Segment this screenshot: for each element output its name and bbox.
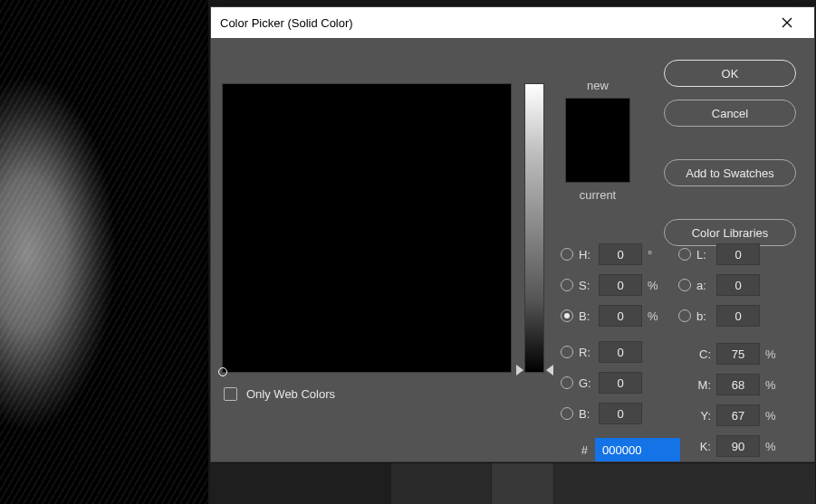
slider-handle-left-icon[interactable]: [516, 365, 523, 376]
lab-b-label: b:: [696, 309, 716, 323]
saturation-unit: %: [648, 279, 666, 292]
lab-a-input[interactable]: [716, 274, 760, 296]
brightness-unit: %: [648, 309, 666, 323]
dialog-title: Color Picker (Solid Color): [220, 16, 769, 30]
saturation-label: S:: [579, 279, 599, 292]
saturation-radio[interactable]: [561, 279, 573, 291]
brightness-label: B:: [579, 309, 599, 323]
red-radio[interactable]: [561, 346, 573, 358]
current-color-label: current: [562, 188, 633, 202]
color-picker-dialog: Color Picker (Solid Color) new current O…: [210, 6, 815, 462]
color-field[interactable]: [222, 83, 512, 373]
lightness-radio[interactable]: [678, 248, 691, 261]
hue-input[interactable]: [599, 243, 642, 265]
blue-radio[interactable]: [561, 407, 573, 420]
dialog-titlebar: Color Picker (Solid Color): [211, 7, 814, 38]
new-color-label: new: [562, 79, 633, 92]
brightness-radio[interactable]: [561, 309, 573, 322]
magenta-input[interactable]: [716, 374, 760, 395]
web-colors-label: Only Web Colors: [246, 387, 335, 401]
green-input[interactable]: [599, 372, 642, 394]
color-field-cursor-icon: [218, 367, 227, 376]
green-radio[interactable]: [561, 376, 573, 389]
slider-handle-right-icon[interactable]: [546, 365, 553, 376]
dialog-buttons: OK Cancel Add to Swatches Color Librarie…: [664, 60, 796, 246]
close-icon: [782, 17, 792, 28]
red-label: R:: [579, 346, 599, 359]
app-chrome-bottom: [210, 463, 815, 504]
blue-label: B:: [579, 407, 599, 421]
app-chrome-panel: [210, 463, 391, 504]
hue-radio[interactable]: [561, 248, 573, 261]
cmyk-inputs: C: % M: % Y: % K: %: [696, 338, 783, 461]
hex-label: #: [561, 443, 595, 457]
yellow-unit: %: [765, 409, 783, 423]
black-unit: %: [765, 440, 783, 453]
hex-input[interactable]: [595, 438, 680, 461]
hue-label: H:: [579, 248, 599, 262]
color-swatch-block: new current: [562, 79, 633, 202]
ok-button[interactable]: OK: [664, 60, 796, 87]
green-label: G:: [579, 376, 599, 390]
lightness-label: L:: [696, 248, 716, 262]
cyan-unit: %: [765, 347, 783, 361]
yellow-label: Y:: [696, 409, 716, 423]
saturation-input[interactable]: [599, 274, 642, 296]
close-button[interactable]: [769, 15, 805, 31]
cancel-button[interactable]: Cancel: [664, 100, 796, 127]
app-chrome-divider: [491, 463, 554, 504]
web-colors-row: Only Web Colors: [224, 387, 335, 401]
lab-b-input[interactable]: [716, 305, 760, 327]
web-colors-checkbox[interactable]: [224, 387, 237, 401]
lab-b-radio[interactable]: [678, 309, 691, 322]
lab-a-label: a:: [696, 279, 716, 292]
lightness-input[interactable]: [716, 243, 760, 265]
color-swatch[interactable]: [565, 98, 630, 183]
hue-unit: °: [648, 248, 666, 262]
red-input[interactable]: [599, 341, 642, 363]
cyan-label: C:: [696, 347, 716, 361]
magenta-label: M:: [696, 378, 716, 392]
yellow-input[interactable]: [716, 404, 760, 426]
cyan-input[interactable]: [716, 343, 760, 365]
dialog-body: new current OK Cancel Add to Swatches Co…: [211, 38, 814, 71]
blue-input[interactable]: [599, 403, 642, 424]
hue-slider[interactable]: [524, 83, 544, 373]
black-input[interactable]: [716, 435, 760, 457]
add-to-swatches-button[interactable]: Add to Swatches: [664, 159, 796, 186]
document-canvas: [0, 0, 208, 504]
lab-a-radio[interactable]: [678, 279, 691, 291]
magenta-unit: %: [765, 378, 783, 392]
brightness-input[interactable]: [599, 305, 642, 327]
black-label: K:: [696, 440, 716, 453]
